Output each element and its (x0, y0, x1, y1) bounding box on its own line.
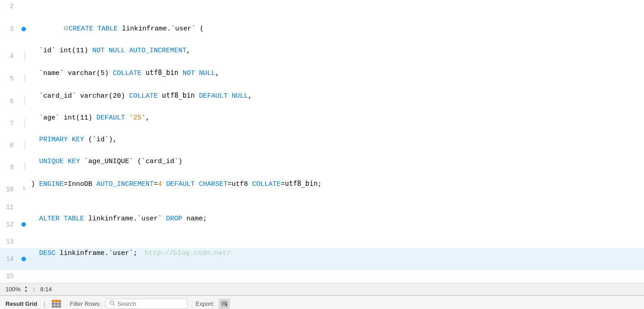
code-line-3: 3 ⊟CREATE TABLE linkinframe.`user` ( (0, 13, 644, 45)
code-line-4: 4 │ `id` int(11) NOT NULL AUTO_INCREMENT… (0, 45, 644, 67)
search-input[interactable] (117, 300, 183, 307)
svg-rect-6 (52, 305, 55, 308)
code-line-7: 7 │ `age` int(11) DEFAULT '25', (0, 113, 644, 135)
export-label: Export: (196, 300, 214, 307)
result-grid-label: Result Grid (5, 300, 37, 307)
fold-icon[interactable]: ⊟ (64, 25, 68, 33)
zoom-level: 100% (5, 286, 20, 293)
code-line-6: 6 │ `card_id` varchar(20) COLLATE utf8_b… (0, 90, 644, 113)
code-editor: 2 3 ⊟CREATE TABLE linkinframe.`user` ( 4… (0, 0, 644, 283)
code-line-13: 13 (0, 235, 644, 248)
svg-rect-0 (52, 300, 55, 302)
svg-rect-4 (55, 303, 58, 305)
zoom-control[interactable]: ▲ ▼ (24, 285, 28, 293)
search-icon (110, 300, 115, 307)
svg-rect-3 (52, 303, 55, 305)
svg-point-9 (110, 301, 114, 304)
code-line-5: 5 │ `name` varchar(5) COLLATE utf8_bin N… (0, 67, 644, 90)
svg-rect-2 (58, 300, 61, 302)
code-line-11: 11 (0, 201, 644, 214)
code-line-14: 14 DESC linkinframe.`user`;http://blog.c… (0, 248, 644, 270)
code-line-12: 12 ALTER TABLE linkinframe.`user` DROP n… (0, 214, 644, 235)
breakpoint-dot (21, 222, 26, 227)
svg-line-10 (114, 304, 115, 306)
code-line-8: 8 │ PRIMARY KEY (`id`), (0, 135, 644, 156)
search-box[interactable] (106, 299, 187, 309)
export-button[interactable] (219, 299, 230, 309)
code-line-9: 9 │ UNIQUE KEY `age_UNIQUE` (`card_id`) (0, 156, 644, 178)
code-line-10: 10 └ ) ENGINE=InnoDB AUTO_INCREMENT=4 DE… (0, 178, 644, 201)
grid-view-icon[interactable] (51, 299, 61, 309)
cursor-position: 8:14 (40, 286, 52, 293)
breakpoint-dot (21, 257, 26, 261)
svg-rect-8 (58, 305, 61, 308)
code-line-2: 2 (0, 0, 644, 13)
filter-rows-label: Filter Rows: (70, 300, 101, 307)
svg-rect-7 (55, 305, 58, 308)
result-toolbar: Result Grid | Filter Rows: Export: (0, 295, 644, 309)
svg-rect-14 (221, 304, 225, 305)
svg-rect-5 (58, 303, 61, 305)
grid-icon-svg (51, 299, 61, 309)
svg-rect-1 (55, 300, 58, 302)
status-bar: 100% ▲ ▼ | 8:14 (0, 283, 644, 295)
svg-rect-12 (221, 302, 227, 303)
code-block: 2 3 ⊟CREATE TABLE linkinframe.`user` ( 4… (0, 0, 644, 283)
code-line-15: 15 (0, 270, 644, 283)
breakpoint-dot (21, 27, 26, 31)
